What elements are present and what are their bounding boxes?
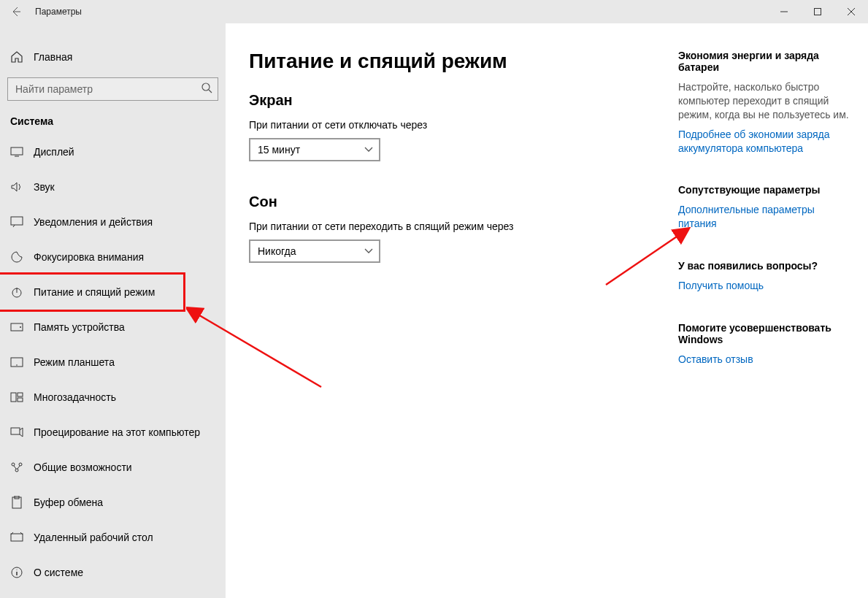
search-icon — [201, 82, 212, 93]
remote-icon — [10, 532, 23, 543]
sidebar-item-label: Звук — [34, 181, 55, 193]
sleep-value: Никогда — [258, 245, 296, 257]
sleep-label: При питании от сети переходить в спящий … — [249, 221, 664, 232]
screen-off-combobox[interactable]: 15 минут — [249, 138, 380, 161]
sidebar-item-label: Память устройства — [34, 321, 125, 333]
sidebar-item-label: Питание и спящий режим — [34, 286, 155, 298]
svg-rect-2 — [11, 147, 23, 155]
svg-rect-10 — [18, 393, 23, 396]
close-icon — [848, 8, 855, 15]
svg-rect-18 — [11, 534, 23, 541]
sidebar-item-label: Общие возможности — [34, 461, 132, 473]
aside-questions-link[interactable]: Получить помощь — [678, 279, 764, 293]
aside-related-link[interactable]: Дополнительные параметры питания — [678, 203, 853, 231]
sidebar-item-label: Удаленный рабочий стол — [34, 532, 153, 543]
svg-point-15 — [15, 469, 18, 472]
svg-point-6 — [20, 326, 21, 328]
chevron-down-icon — [364, 147, 373, 153]
sidebar-item-label: Многозадачность — [34, 391, 116, 403]
aside-improve-title: Помогите усовершенствовать Windows — [678, 322, 853, 345]
shared-icon — [10, 461, 23, 473]
sidebar-item-about[interactable]: О системе — [0, 555, 226, 590]
focus-icon — [10, 250, 23, 264]
close-button[interactable] — [834, 0, 868, 23]
sidebar-nav: Дисплей Звук Уведомления и действия Фоку… — [0, 134, 226, 590]
arrow-left-icon — [10, 6, 22, 18]
back-button[interactable] — [0, 0, 32, 23]
aside-improve-link[interactable]: Оставить отзыв — [678, 353, 753, 367]
sidebar: Главная Система Дисплей Звук — [0, 23, 226, 598]
sidebar-item-label: Уведомления и действия — [34, 216, 153, 228]
sidebar-item-multitask[interactable]: Многозадачность — [0, 380, 226, 415]
sidebar-item-storage[interactable]: Память устройства — [0, 310, 226, 345]
minimize-icon — [780, 8, 788, 15]
sidebar-item-display[interactable]: Дисплей — [0, 134, 226, 169]
sidebar-item-sound[interactable]: Звук — [0, 169, 226, 204]
search-input[interactable] — [7, 77, 218, 101]
sidebar-item-label: Дисплей — [34, 146, 74, 158]
content: Питание и спящий режим Экран При питании… — [226, 23, 678, 598]
sleep-section-title: Сон — [249, 193, 664, 210]
sidebar-category: Система — [0, 111, 226, 134]
sidebar-item-label: Режим планшета — [34, 356, 115, 368]
storage-icon — [10, 323, 23, 331]
aside-energy-text: Настройте, насколько быстро компьютер пе… — [678, 80, 853, 122]
aside-energy-title: Экономия энергии и заряда батареи — [678, 50, 853, 73]
svg-point-14 — [19, 463, 22, 466]
maximize-icon — [814, 8, 821, 15]
svg-point-1 — [202, 83, 210, 91]
sidebar-item-label: Буфер обмена — [34, 497, 103, 508]
sidebar-item-notifications[interactable]: Уведомления и действия — [0, 204, 226, 239]
sidebar-item-clipboard[interactable]: Буфер обмена — [0, 485, 226, 520]
about-icon — [10, 566, 23, 579]
tablet-icon — [10, 357, 23, 367]
page-title: Питание и спящий режим — [249, 50, 664, 73]
svg-rect-12 — [11, 428, 20, 434]
sidebar-home[interactable]: Главная — [0, 41, 226, 73]
home-icon — [10, 50, 23, 64]
maximize-button[interactable] — [801, 0, 834, 23]
power-icon — [10, 285, 23, 299]
aside-questions-title: У вас появились вопросы? — [678, 260, 853, 272]
sidebar-item-power[interactable]: Питание и спящий режим — [0, 272, 185, 312]
sidebar-item-label: О системе — [34, 567, 83, 578]
sidebar-item-focus[interactable]: Фокусировка внимания — [0, 239, 226, 275]
sidebar-home-label: Главная — [34, 51, 72, 63]
display-icon — [10, 147, 23, 157]
sound-icon — [10, 181, 23, 193]
titlebar: Параметры — [0, 0, 868, 23]
sidebar-item-remote[interactable]: Удаленный рабочий стол — [0, 520, 226, 555]
notifications-icon — [10, 216, 23, 228]
minimize-button[interactable] — [767, 0, 801, 23]
sidebar-item-tablet[interactable]: Режим планшета — [0, 345, 226, 380]
sidebar-item-projection[interactable]: Проецирование на этот компьютер — [0, 415, 226, 450]
screen-off-label: При питании от сети отключать через — [249, 119, 664, 131]
clipboard-icon — [10, 496, 23, 509]
sleep-combobox[interactable]: Никогда — [249, 239, 380, 263]
svg-point-8 — [16, 364, 18, 366]
svg-rect-0 — [815, 9, 821, 15]
window-title: Параметры — [35, 7, 82, 17]
chevron-down-icon — [364, 248, 373, 254]
sidebar-item-shared[interactable]: Общие возможности — [0, 450, 226, 485]
search-wrap — [7, 77, 218, 101]
svg-rect-3 — [11, 217, 23, 225]
aside-related-title: Сопутствующие параметры — [678, 184, 853, 196]
aside-energy-link[interactable]: Подробнее об экономии заряда аккумулятор… — [678, 128, 853, 156]
screen-off-value: 15 минут — [258, 144, 300, 156]
screen-section-title: Экран — [249, 92, 664, 109]
sidebar-item-label: Проецирование на этот компьютер — [34, 426, 200, 438]
svg-rect-9 — [11, 393, 16, 402]
sidebar-item-label: Фокусировка внимания — [34, 251, 144, 263]
multitask-icon — [10, 392, 23, 402]
aside: Экономия энергии и заряда батареи Настро… — [678, 23, 868, 598]
projection-icon — [10, 427, 23, 437]
svg-point-13 — [12, 463, 15, 466]
svg-rect-11 — [18, 398, 23, 402]
